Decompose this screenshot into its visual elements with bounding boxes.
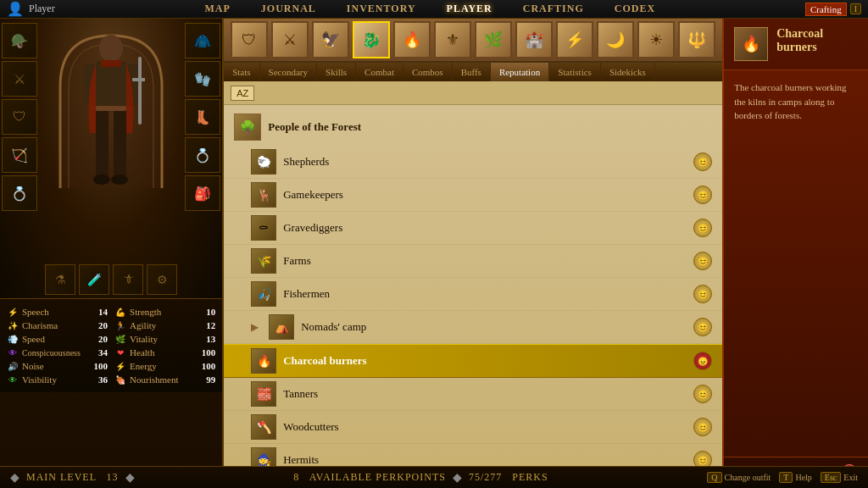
icon-tab-4[interactable]: 🐉 [353, 21, 390, 58]
nav-player[interactable]: PLAYER [443, 1, 496, 17]
reputation-list[interactable]: 🌳 People of the Forest 🐑 Shepherds 😊 🦌 G… [224, 105, 722, 488]
nav-codex[interactable]: CODEX [611, 1, 659, 17]
equip-slot-shield[interactable]: 🛡 [2, 99, 37, 135]
equip-slot-bottom1[interactable]: ⚗ [45, 264, 75, 295]
nav-inventory[interactable]: INVENTORY [343, 1, 420, 17]
search-sort-bar: AZ [224, 81, 722, 105]
tab-statistics[interactable]: Statistics [549, 63, 601, 81]
tab-secondary[interactable]: Secondary [260, 63, 317, 81]
stat-vitality: 🌿 Vitality 13 [114, 333, 215, 345]
equip-slot-ring-l[interactable]: 💍 [2, 175, 37, 211]
tab-reputation[interactable]: Reputation [491, 63, 549, 81]
stat-visibility: 👁 Visibility 36 [7, 374, 108, 385]
tab-combos[interactable]: Combos [403, 63, 453, 81]
group-icon-forest: 🌳 [234, 114, 261, 141]
perk-points-display: 8 AVAILABLE PERKPOINTS [293, 471, 446, 484]
equip-slot-gloves[interactable]: 🧤 [185, 61, 220, 97]
tab-stats[interactable]: Stats [224, 63, 259, 81]
equip-slot-ring-r[interactable]: 💍 [185, 137, 220, 173]
list-item-woodcutters[interactable]: 🪓 Woodcutters 😊 [224, 411, 722, 444]
list-item-charcoal-burners[interactable]: 🔥 Charcoal burners 😠 [224, 344, 722, 378]
stat-speed: 💨 Speed 20 [7, 333, 108, 345]
perks-current: 75 [469, 471, 481, 483]
tab-skills[interactable]: Skills [317, 63, 356, 81]
nav-journal[interactable]: JOURNAL [258, 1, 320, 17]
help-label: Help [795, 473, 811, 482]
icon-tab-10[interactable]: 🌙 [597, 21, 634, 58]
bottom-bar: ◆ MAIN LEVEL 13 ◆ 8 AVAILABLE PERKPOINTS… [0, 466, 868, 488]
equip-slot-boots[interactable]: 👢 [185, 99, 220, 135]
equip-slot-bow[interactable]: 🏹 [2, 137, 37, 173]
svg-point-0 [99, 35, 123, 62]
icon-tab-3[interactable]: 🦅 [312, 21, 349, 58]
main-level-label: MAIN LEVEL [26, 471, 97, 483]
icon-tab-12[interactable]: 🔱 [678, 21, 715, 58]
equip-slot-helm[interactable]: 🪖 [2, 23, 37, 58]
icon-tab-8[interactable]: 🏰 [515, 21, 553, 58]
list-item-nomads-camp[interactable]: ▶ ⛺ Nomads' camp 😊 [224, 311, 722, 344]
tab-buffs[interactable]: Buffs [453, 63, 491, 81]
nav-crafting[interactable]: CRAFTING [520, 1, 587, 17]
key-q[interactable]: Q [707, 472, 721, 483]
stat-noise: 🔊 Noise 100 [7, 360, 108, 372]
item-icon-farms: 🌾 [251, 248, 276, 274]
item-icon-gravediggers: ⚰ [251, 215, 276, 241]
svg-point-6 [93, 175, 110, 185]
icon-tab-11[interactable]: ☀ [637, 21, 675, 58]
text-tabs-row: Stats Secondary Skills Combat Combos Buf… [224, 63, 722, 81]
item-label-tanners: Tanners [283, 387, 687, 401]
equip-slot-weapon[interactable]: ⚔ [2, 61, 37, 97]
equip-slot-chest[interactable]: 🧥 [185, 23, 220, 58]
equip-slot-bottom3[interactable]: 🗡 [113, 264, 143, 295]
equip-slots-left: 🪖 ⚔ 🛡 🏹 💍 [2, 23, 37, 211]
item-label-charcoal: Charcoal burners [283, 354, 687, 368]
agility-icon: 🏃 [114, 319, 126, 331]
item-label-gravediggers: Gravediggers [283, 221, 687, 235]
noise-icon: 🔊 [7, 360, 19, 372]
crafting-key: I [850, 3, 861, 14]
icon-tab-2[interactable]: ⚔ [271, 21, 309, 58]
equip-slot-bag[interactable]: 🎒 [185, 175, 220, 211]
item-label-nomads: Nomads' camp [301, 320, 687, 334]
nav-map[interactable]: MAP [202, 1, 234, 17]
main-level-value: 13 [107, 471, 119, 483]
shortcut-exit: Esc Exit [821, 472, 858, 483]
list-item-tanners[interactable]: 🧱 Tanners 😊 [224, 378, 722, 411]
noise-value: 100 [91, 361, 108, 371]
character-figure [73, 31, 149, 277]
icon-tab-6[interactable]: ⚜ [434, 21, 471, 58]
svg-point-7 [111, 175, 128, 185]
list-item-farms[interactable]: 🌾 Farms 😊 [224, 245, 722, 278]
icon-tab-7[interactable]: 🌿 [475, 21, 512, 58]
equip-slot-bottom4[interactable]: ⚙ [147, 264, 177, 295]
group-label-forest: People of the Forest [268, 120, 361, 134]
list-item-shepherds[interactable]: 🐑 Shepherds 😊 [224, 146, 722, 179]
detail-title: Charcoal burners [776, 27, 858, 54]
speech-value: 14 [91, 307, 108, 317]
rep-icon-shepherds: 😊 [693, 152, 712, 171]
strength-label: Strength [130, 307, 195, 317]
tab-combat[interactable]: Combat [356, 63, 403, 81]
key-esc[interactable]: Esc [821, 472, 841, 483]
list-item-gravediggers[interactable]: ⚰ Gravediggers 😊 [224, 212, 722, 245]
left-panel: 🪖 ⚔ 🛡 🏹 💍 🧥 🧤 👢 💍 🎒 [0, 19, 224, 488]
icon-tab-9[interactable]: ⚡ [556, 21, 593, 58]
detail-header: 🔥 Charcoal burners [724, 19, 868, 70]
bottom-left: ◆ MAIN LEVEL 13 ◆ [10, 470, 135, 485]
tab-sidekicks[interactable]: Sidekicks [601, 63, 655, 81]
group-header-people-of-forest[interactable]: 🌳 People of the Forest [224, 108, 722, 146]
speed-label: Speed [22, 334, 87, 344]
key-t[interactable]: T [779, 472, 793, 483]
charisma-value: 20 [91, 320, 108, 330]
list-item-fishermen[interactable]: 🎣 Fishermen 😊 [224, 278, 722, 311]
agility-value: 12 [198, 320, 215, 330]
item-icon-nomads: ⛺ [269, 314, 294, 340]
list-item-gamekeepers[interactable]: 🦌 Gamekeepers 😊 [224, 179, 722, 212]
icon-tab-5[interactable]: 🔥 [393, 21, 431, 58]
equip-slot-bottom2[interactable]: 🧪 [79, 264, 109, 295]
icon-tab-1[interactable]: 🛡 [231, 21, 268, 58]
strength-icon: 💪 [114, 306, 126, 318]
az-sort-button[interactable]: AZ [231, 86, 254, 101]
player-label: Player [29, 3, 55, 15]
agility-label: Agility [130, 320, 195, 330]
